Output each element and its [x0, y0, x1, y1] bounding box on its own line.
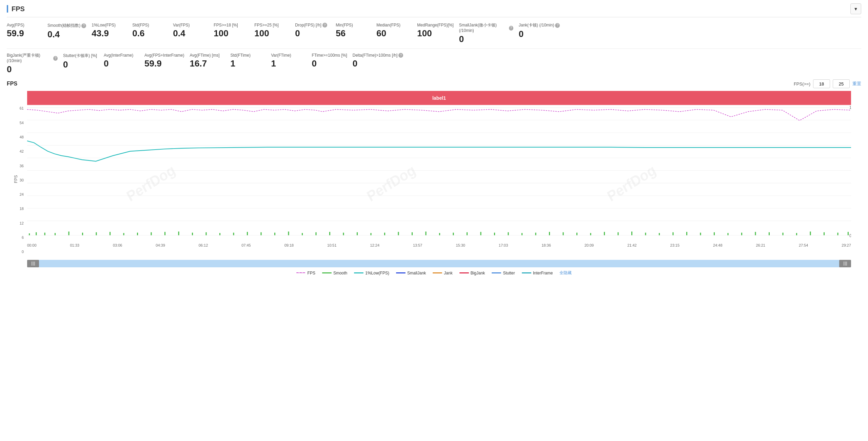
svg-rect-60 [645, 233, 646, 235]
dropdown-button[interactable]: ▼ [850, 3, 861, 14]
y-tick: 24 [20, 192, 24, 196]
legend-label-jank: Jank [444, 271, 452, 275]
stat-std-ftime: Std(FTime) 1 [230, 52, 271, 70]
stat-value: 60 [376, 28, 386, 39]
legend-item-interframe[interactable]: InterFrame [522, 271, 553, 275]
stat-value: 0 [353, 58, 357, 69]
svg-text:0: 0 [849, 234, 851, 238]
page-title: FPS [12, 5, 25, 13]
svg-rect-53 [549, 232, 550, 235]
stat-avg-fps-interframe: Avg(FPS+InterFrame) 59.9 [144, 52, 190, 70]
stat-label: Avg(InterFrame) [104, 53, 133, 58]
help-icon[interactable]: ? [81, 23, 86, 28]
stat-value: 16.7 [190, 58, 207, 69]
fps-y-axis-label: FPS [14, 175, 18, 183]
svg-rect-70 [783, 233, 784, 235]
svg-rect-66 [728, 233, 729, 235]
stat-value: 0 [104, 58, 108, 69]
x-tick: 01:33 [70, 243, 79, 247]
legend-label-1pct-low: 1%Low(FPS) [365, 271, 389, 275]
svg-rect-41 [384, 233, 385, 235]
svg-rect-54 [563, 232, 564, 235]
svg-rect-34 [288, 232, 289, 235]
legend-item-bigjank[interactable]: BigJank [459, 271, 485, 275]
legend-item-1pct-low[interactable]: 1%Low(FPS) [354, 271, 389, 275]
help-icon[interactable]: ? [509, 26, 513, 31]
svg-rect-64 [700, 233, 701, 235]
legend-item-small-jank[interactable]: SmallJank [396, 271, 426, 275]
chart-section: FPS FPS(>=) 重置 61 54 48 42 36 30 24 18 1… [7, 79, 861, 276]
svg-rect-47 [467, 232, 468, 235]
help-icon[interactable]: ? [398, 53, 403, 58]
help-icon[interactable]: ? [53, 56, 58, 61]
stat-value: 100 [254, 28, 269, 39]
legend-item-stutter[interactable]: Stutter [492, 271, 515, 275]
scrollbar-left-handle[interactable] [27, 260, 39, 267]
svg-rect-20 [96, 232, 97, 235]
svg-rect-19 [82, 233, 83, 235]
chart-title: FPS [7, 81, 17, 87]
stat-jank: Jank(卡顿) (/10min) ? 0 [519, 21, 566, 41]
stat-label: Jank(卡顿) (/10min) ? [519, 23, 560, 28]
legend-item-fps[interactable]: FPS [296, 271, 315, 275]
stat-label: Median(FPS) [376, 23, 400, 27]
stat-label: FPS>=25 [%] [254, 23, 278, 27]
x-tick: 10:51 [327, 243, 337, 247]
x-tick: 06:12 [199, 243, 208, 247]
stat-ftime-gte100: FTime>=100ms [%] 0 [312, 52, 352, 70]
svg-rect-35 [302, 233, 303, 235]
legend-item-smooth[interactable]: Smooth [322, 271, 347, 275]
stat-label: Stutter(卡顿率) [%] [63, 53, 97, 59]
stat-label: FPS>=18 [%] [214, 23, 238, 27]
stat-value: 1 [271, 58, 276, 69]
help-icon[interactable]: ? [322, 23, 327, 27]
svg-rect-75 [848, 232, 849, 235]
svg-rect-24 [151, 232, 152, 235]
stat-label: 1%Low(FPS) [92, 23, 116, 27]
svg-rect-48 [480, 232, 481, 235]
x-tick: 07:45 [241, 243, 251, 247]
stat-smooth: Smooth(稳帧指数) ? 0.4 [47, 21, 92, 41]
svg-rect-74 [837, 233, 839, 235]
svg-rect-15 [36, 232, 37, 235]
hide-all-button[interactable]: 全隐藏 [559, 270, 572, 276]
stat-fps-gte25: FPS>=25 [%] 100 [254, 21, 295, 40]
page-container: FPS ▼ Avg(FPS) 59.9 Smooth(稳帧指数) ? 0.4 1… [0, 0, 868, 441]
svg-rect-57 [604, 232, 605, 235]
reset-button[interactable]: 重置 [852, 81, 861, 87]
blue-bar [7, 5, 8, 13]
x-tick: 15:30 [456, 243, 465, 247]
svg-rect-14 [29, 233, 30, 235]
stat-value: 43.9 [92, 28, 109, 39]
stat-value: 1 [230, 58, 235, 69]
legend-item-jank[interactable]: Jank [433, 271, 452, 275]
svg-rect-45 [439, 233, 440, 235]
chart-container: 61 54 48 42 36 30 24 18 12 6 0 FPS [7, 91, 861, 267]
svg-rect-26 [178, 232, 179, 235]
svg-rect-63 [686, 232, 687, 235]
legend-label-bigjank: BigJank [471, 271, 485, 275]
stat-label: Delta(FTime)>100ms [/h] ? [353, 53, 403, 58]
stat-label: MedRange(FPS)[%] [417, 23, 453, 27]
svg-rect-72 [810, 232, 811, 235]
y-tick: 48 [20, 135, 24, 139]
svg-rect-59 [631, 232, 632, 235]
scrollbar[interactable] [27, 260, 851, 267]
scrollbar-right-handle[interactable] [839, 260, 851, 267]
legend-color-bigjank [459, 272, 469, 273]
fps-input-25[interactable] [833, 79, 850, 88]
chevron-down-icon: ▼ [854, 6, 858, 12]
stat-avg-interframe: Avg(InterFrame) 0 [104, 52, 144, 70]
svg-rect-22 [123, 233, 124, 235]
x-tick: 20:09 [585, 243, 594, 247]
stat-1pct-low: 1%Low(FPS) 43.9 [92, 21, 132, 40]
stat-value: 56 [336, 28, 346, 39]
stat-var-fps: Var(FPS) 0.4 [173, 21, 214, 40]
stat-median-fps: Median(FPS) 60 [376, 21, 417, 40]
help-icon[interactable]: ? [555, 23, 560, 28]
stat-value: 0 [519, 29, 524, 39]
svg-rect-21 [110, 232, 111, 235]
legend-label-stutter: Stutter [503, 271, 515, 275]
fps-input-18[interactable] [813, 79, 830, 88]
svg-rect-39 [357, 232, 358, 235]
